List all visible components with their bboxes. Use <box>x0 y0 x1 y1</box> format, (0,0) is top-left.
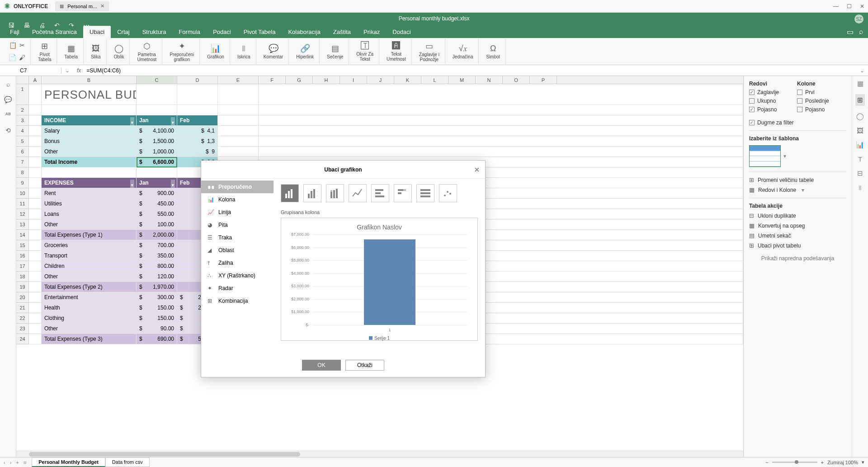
col-B[interactable]: B <box>42 76 137 84</box>
ok-button[interactable]: OK <box>302 360 341 371</box>
col-F[interactable]: F <box>259 76 286 84</box>
chk-poslednje[interactable]: Poslednje <box>797 98 829 104</box>
cut-icon[interactable]: ✂ <box>19 42 25 49</box>
ct-hstacked100[interactable] <box>416 184 434 202</box>
prev-sheet-icon[interactable]: ‹ <box>4 460 5 465</box>
tab-formula[interactable]: Formula <box>172 26 207 38</box>
col-J[interactable]: J <box>367 76 394 84</box>
row-2[interactable]: 2 <box>16 105 743 115</box>
zoom-out-icon[interactable]: − <box>765 460 768 465</box>
chk-zaglavlje[interactable]: ✓Zaglavlje <box>749 89 779 95</box>
cat-scatter[interactable]: ∴XY (Raštrkano) <box>201 269 274 282</box>
comment-button[interactable]: 💬Komentar <box>258 39 289 64</box>
col-L[interactable]: L <box>421 76 448 84</box>
row-6[interactable]: 6 Other$1,000.00$ 9 <box>16 147 743 157</box>
zoom-label[interactable]: Zumiraj 100% <box>827 460 858 465</box>
ct-bar[interactable] <box>303 184 321 202</box>
paste-icon[interactable]: 📄 <box>9 54 16 61</box>
chk-prvi[interactable]: Prvi <box>797 89 829 95</box>
template-dropdown-icon[interactable]: ▾ <box>783 153 786 159</box>
col-N[interactable]: N <box>476 76 503 84</box>
tab-kolab[interactable]: Kolaboracija <box>282 26 327 38</box>
chk-pojasno2[interactable]: Pojasno <box>797 106 829 113</box>
dialog-titlebar[interactable]: Ubaci grafikon ✕ <box>201 161 485 179</box>
textbox-button[interactable]: 🅃Okvir Za Tekst <box>351 39 379 64</box>
slika-button[interactable]: 🖼Slika <box>85 39 107 64</box>
col-P[interactable]: P <box>530 76 557 84</box>
cat-column[interactable]: 📊Kolona <box>201 193 274 206</box>
sheet-tab-1[interactable]: Personal Monthly Budget <box>32 457 105 467</box>
textart-button[interactable]: 🅰Tekst Umetnost <box>381 39 412 64</box>
open-location-icon[interactable]: ▭ <box>847 28 854 36</box>
cat-recommended[interactable]: ∎∎Preporučeno <box>201 181 274 193</box>
resize-table-action[interactable]: ⊞Promeni veličinu tabele <box>749 176 846 183</box>
shape-settings-icon[interactable]: ◯ <box>856 112 864 120</box>
tab-prikaz[interactable]: Prikaz <box>357 26 386 38</box>
tab-fajl[interactable]: Fajl <box>4 26 26 38</box>
add-sheet-icon[interactable]: + <box>16 460 19 465</box>
comments-icon[interactable]: 💬 <box>4 96 12 103</box>
ct-stacked[interactable] <box>326 184 344 202</box>
col-I[interactable]: I <box>340 76 367 84</box>
symbol-button[interactable]: ΩSimbol <box>481 39 506 64</box>
col-C[interactable]: C <box>137 76 177 84</box>
col-O[interactable]: O <box>503 76 530 84</box>
close-window-icon[interactable]: ✕ <box>860 3 864 10</box>
name-box[interactable]: C7 <box>16 67 61 74</box>
zoom-slider[interactable] <box>772 462 817 463</box>
spellcheck-icon[interactable]: ᴬᴮ <box>5 111 11 119</box>
ct-hbar[interactable] <box>371 184 389 202</box>
sparkline-button[interactable]: ⫴Iskrica <box>232 39 256 64</box>
text-settings-icon[interactable]: T <box>858 155 862 163</box>
zoom-dropdown-icon[interactable]: ▾ <box>862 459 864 465</box>
tab-crtaj[interactable]: Crtaj <box>111 26 136 38</box>
cat-bar[interactable]: ☰Traka <box>201 231 274 244</box>
chart-settings-icon[interactable]: 📊 <box>856 141 864 149</box>
oblik-button[interactable]: ◯Oblik <box>108 39 130 64</box>
hyperlink-button[interactable]: 🔗Hiperlink <box>291 39 320 64</box>
col-A[interactable]: A <box>29 76 42 84</box>
sheet-list-icon[interactable]: ≡ <box>24 460 26 465</box>
formula-input[interactable]: =SUM(C4:C6) <box>85 67 856 74</box>
document-tab[interactable]: ▦ Personal m... ✕ <box>55 1 109 11</box>
search-icon[interactable]: ⌕ <box>859 28 863 36</box>
rows-cols-action[interactable]: ▦Redovi i Kolone▾ <box>749 186 846 193</box>
cat-radar[interactable]: ✦Radar <box>201 282 274 295</box>
col-M[interactable]: M <box>448 76 476 84</box>
formula-expand-icon[interactable]: ⌄ <box>856 67 868 74</box>
chart-button[interactable]: 📊Grafikon <box>202 39 230 64</box>
slicer-button[interactable]: ▤Sečenje <box>321 39 349 64</box>
row-5[interactable]: 5 Bonus$1,500.00$ 1,3 <box>16 136 743 147</box>
ct-clustered-column[interactable] <box>281 184 299 202</box>
find-icon[interactable]: ⌕ <box>6 81 10 88</box>
recommended-chart-button[interactable]: ✦Preporučeni grafikon <box>164 39 200 64</box>
col-E[interactable]: E <box>218 76 259 84</box>
close-dialog-icon[interactable]: ✕ <box>474 166 480 173</box>
maximize-icon[interactable]: ☐ <box>847 3 852 10</box>
copy-icon[interactable]: 📋 <box>9 42 17 49</box>
row-3[interactable]: 3 INCOME▾Jan▾Feb <box>16 115 743 126</box>
user-avatar[interactable]: SZ <box>854 14 863 24</box>
tabela-button[interactable]: ▦Tabela <box>59 39 83 64</box>
next-sheet-icon[interactable]: › <box>10 460 12 465</box>
tab-struktura[interactable]: Struktura <box>136 26 173 38</box>
remove-dup-action[interactable]: ⊟Ukloni duplikate <box>749 212 846 219</box>
zoom-in-icon[interactable]: + <box>821 460 824 465</box>
insert-pivot-action[interactable]: ⊞Ubaci pivot tabelu <box>749 242 846 249</box>
tab-zastita[interactable]: Zaštita <box>327 26 357 38</box>
select-all[interactable] <box>16 76 29 84</box>
tab-ubaci[interactable]: Ubaci <box>83 26 111 38</box>
close-tab-icon[interactable]: ✕ <box>100 3 104 9</box>
ct-line[interactable] <box>349 184 367 202</box>
image-settings-icon[interactable]: 🖼 <box>857 127 863 134</box>
advanced-link[interactable]: Prikaži napredna podešavanja <box>749 255 846 262</box>
tab-pivot[interactable]: Pivot Tabela <box>237 26 282 38</box>
tab-dodaci[interactable]: Dodaci <box>386 26 417 38</box>
tab-podaci[interactable]: Podaci <box>207 26 237 38</box>
slicer-settings-icon[interactable]: ⫴ <box>859 184 862 192</box>
col-G[interactable]: G <box>286 76 313 84</box>
smartart-button[interactable]: ⬡Pametna Umetnost <box>132 39 162 64</box>
cat-combo[interactable]: ⊞Kombinacija <box>201 295 274 307</box>
col-H[interactable]: H <box>313 76 340 84</box>
chk-filter[interactable]: ✓Dugme za filter <box>749 119 846 126</box>
